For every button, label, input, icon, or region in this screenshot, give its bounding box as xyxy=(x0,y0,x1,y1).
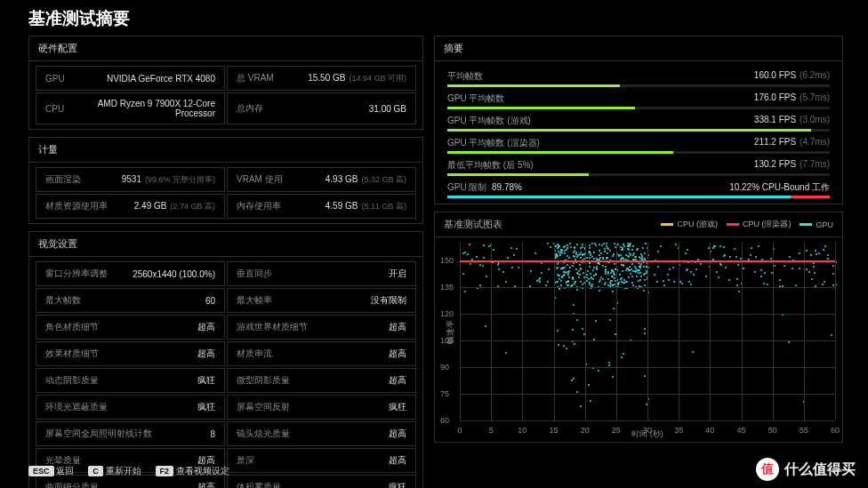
hardware-cell: GPUNVIDIA GeForce RTX 4080 xyxy=(36,66,225,91)
visual-cell: 屏幕空间全局照明射线计数8 xyxy=(36,421,225,446)
y-tick: 75 xyxy=(440,389,449,398)
watermark-icon: 值 xyxy=(756,458,779,481)
hardware-panel: 硬件配置 GPUNVIDIA GeForce RTX 4080总 VRAM15.… xyxy=(28,36,423,130)
visual-cell: 效果材质细节超高 xyxy=(36,341,225,366)
metrics-cell: 材质资源使用率2.49 GB(2.74 GB 高) xyxy=(36,194,225,219)
x-tick: 0 xyxy=(457,426,462,435)
esc-label: 返回 xyxy=(56,466,74,476)
visual-heading: 视觉设置 xyxy=(29,232,422,257)
summary-row: GPU 平均帧数 (渲染器)211.2 FPS(4.7ms) xyxy=(440,133,837,154)
x-tick: 50 xyxy=(768,426,777,435)
metrics-cell: 画面渲染9531(99.6% 完整分辨率) xyxy=(36,167,225,192)
summary-heading: 摘要 xyxy=(435,36,842,61)
chart-area: 时间 (秒) 607590105120135150051015202530354… xyxy=(460,243,835,438)
visual-cell: 体积雾质量疯狂 xyxy=(227,475,416,488)
y-tick: 60 xyxy=(440,416,449,425)
metrics-cell: VRAM 使用4.93 GB(5.32 GB 高) xyxy=(227,167,416,192)
visual-cell: 垂直同步开启 xyxy=(227,261,416,286)
gpu-limit-row: GPU 限制 89.78%10.22% CPU-Bound 工作 xyxy=(440,178,837,198)
metrics-cell: 内存使用率4.59 GB(5.11 GB 高) xyxy=(227,194,416,219)
hardware-cell: 总内存31.00 GB xyxy=(227,92,416,124)
visual-cell: 角色材质细节超高 xyxy=(36,315,225,340)
metrics-heading: 计量 xyxy=(29,138,422,163)
x-tick: 15 xyxy=(549,426,558,435)
visual-cell: 环境光遮蔽质量疯狂 xyxy=(36,395,225,420)
summary-row: GPU 平均帧数 (游戏)338.1 FPS(3.0ms) xyxy=(440,111,837,132)
legend-label: GPU xyxy=(816,220,833,229)
visual-cell: 窗口分辨率调整2560x1440 (100.0%) xyxy=(36,261,225,286)
f2-label: 查看视频设定 xyxy=(176,466,229,476)
x-tick: 5 xyxy=(489,426,494,435)
y-tick: 135 xyxy=(440,283,454,292)
chart-legend: CPU (游戏) CPU (渲染器) GPU xyxy=(661,219,833,230)
legend-swatch-cpu-game xyxy=(661,223,673,226)
x-tick: 60 xyxy=(831,426,840,435)
y-tick: 90 xyxy=(440,363,449,372)
summary-panel: 摘要 平均帧数160.0 FPS(6.2ms)GPU 平均帧数176.0 FPS… xyxy=(434,36,843,204)
c-label: 重新开始 xyxy=(106,466,141,476)
visual-cell: 游戏世界材质细节超高 xyxy=(227,315,416,340)
footer-hints: ESC 返回 C 重新开始 F2 查看视频设定 xyxy=(28,465,229,477)
y-axis-label: 帧速率 xyxy=(445,320,456,344)
summary-row: GPU 平均帧数176.0 FPS(5.7ms) xyxy=(440,89,837,109)
watermark-text: 什么值得买 xyxy=(784,460,856,479)
visual-cell: 镜头炫光质量超高 xyxy=(227,421,416,446)
watermark: 值 什么值得买 xyxy=(756,458,856,481)
x-tick: 40 xyxy=(705,426,714,435)
metrics-panel: 计量 画面渲染9531(99.6% 完整分辨率)VRAM 使用4.93 GB(5… xyxy=(28,137,423,224)
y-tick: 120 xyxy=(440,309,454,318)
visual-cell: 最大帧数60 xyxy=(36,288,225,313)
visual-cell: 屏幕空间反射疯狂 xyxy=(227,395,416,420)
esc-key[interactable]: ESC xyxy=(28,466,54,476)
f2-key[interactable]: F2 xyxy=(156,466,174,476)
visual-cell: 动态阴影质量疯狂 xyxy=(36,368,225,393)
chart-redline xyxy=(460,260,835,262)
page-title: 基准测试摘要 xyxy=(28,7,850,30)
x-tick: 55 xyxy=(800,426,808,435)
chart-heading: 基准测试图表 xyxy=(444,218,502,231)
x-tick: 35 xyxy=(674,426,683,435)
x-tick: 20 xyxy=(581,426,590,435)
visual-cell: 材质串流超高 xyxy=(227,341,416,366)
x-tick: 10 xyxy=(518,426,526,435)
visual-cell: 最大帧率没有限制 xyxy=(227,288,416,313)
y-tick: 150 xyxy=(440,256,454,265)
visual-cell: 景深超高 xyxy=(227,448,416,473)
summary-row: 平均帧数160.0 FPS(6.2ms) xyxy=(440,67,837,87)
hardware-heading: 硬件配置 xyxy=(29,36,422,61)
visual-settings-panel: 视觉设置 窗口分辨率调整2560x1440 (100.0%)垂直同步开启最大帧数… xyxy=(28,231,423,488)
hardware-cell: 总 VRAM15.50 GB(14.94 GB 可用) xyxy=(227,66,416,91)
summary-row: 最低平均帧数 (后 5%)130.2 FPS(7.7ms) xyxy=(440,156,837,176)
legend-label: CPU (渲染器) xyxy=(743,219,792,230)
x-tick: 25 xyxy=(612,426,621,435)
visual-cell: 微型阴影质量超高 xyxy=(227,368,416,393)
hardware-cell: CPUAMD Ryzen 9 7900X 12-Core Processor xyxy=(36,92,225,124)
chart-panel: 基准测试图表 CPU (游戏) CPU (渲染器) GPU 时间 (秒) 607… xyxy=(434,212,843,443)
legend-label: CPU (游戏) xyxy=(677,219,718,230)
c-key[interactable]: C xyxy=(88,466,103,476)
x-tick: 45 xyxy=(736,426,745,435)
legend-swatch-cpu-render xyxy=(727,223,739,226)
legend-swatch-gpu xyxy=(800,223,812,226)
x-tick: 30 xyxy=(643,426,652,435)
